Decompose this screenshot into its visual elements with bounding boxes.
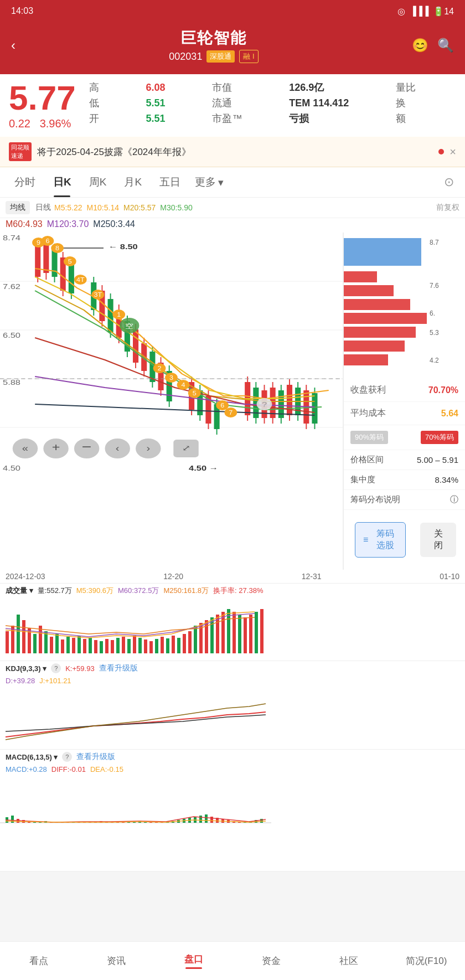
tab-rik[interactable]: 日K xyxy=(44,167,80,197)
nav-shequ[interactable]: 社区 xyxy=(310,950,388,972)
volume-dropdown-icon[interactable]: ▾ xyxy=(29,586,33,595)
svg-text:1: 1 xyxy=(117,312,121,318)
nav-pankou-label: 盘口 xyxy=(184,953,203,966)
nav-kandiian[interactable]: 看点 xyxy=(0,950,78,972)
nav-jiankuang[interactable]: 简况(F10) xyxy=(388,950,465,972)
circulation-label: 流通 xyxy=(212,96,282,110)
open-label: 开 xyxy=(89,112,140,125)
ma-selector[interactable]: 均线 xyxy=(6,201,30,214)
kdj-k-value: K:+59.93 xyxy=(65,664,94,673)
macd-help-icon[interactable]: ? xyxy=(62,752,72,762)
main-price: 5.77 xyxy=(9,81,76,115)
kdj-upgrade-link[interactable]: 查看升级版 xyxy=(99,663,138,673)
svg-rect-209 xyxy=(210,817,213,823)
high-label: 高 xyxy=(89,81,140,94)
date-3: 12-31 xyxy=(302,572,322,581)
macd-diff-value: DIFF:-0.01 xyxy=(51,765,86,773)
price-range-label: 价格区间 xyxy=(350,455,384,465)
macd-dropdown-icon[interactable]: ▾ xyxy=(54,753,58,761)
svg-rect-168 xyxy=(249,615,252,653)
signal-icon: ▐▐▐ xyxy=(410,6,428,16)
svg-rect-136 xyxy=(72,638,75,653)
back-button[interactable]: ‹ xyxy=(11,38,16,53)
kdj-labels: KDJ(9,3,3) ▾ ? K:+59.93 查看升级版 xyxy=(0,661,465,675)
volume-labels: 成交量 ▾ 量:552.7万 M5:390.6万 M60:372.5万 M250… xyxy=(0,584,465,598)
svg-rect-160 xyxy=(205,620,208,653)
svg-rect-155 xyxy=(177,638,180,653)
svg-rect-130 xyxy=(39,626,42,653)
tab-fenshi[interactable]: 分时 xyxy=(6,167,44,197)
profit-label: 收盘获利 xyxy=(350,384,386,396)
macd-labels: MACD(6,13,5) ▾ ? 查看升级版 xyxy=(0,750,465,764)
concentration-value: 8.34% xyxy=(435,475,458,484)
avatar-button[interactable]: 😊 xyxy=(412,38,428,53)
svg-rect-148 xyxy=(138,638,142,653)
market-cap-label: 市值 xyxy=(212,81,282,94)
wifi-icon: ◎ xyxy=(397,6,405,17)
chip-select-button[interactable]: ≡ 筹码选股 xyxy=(355,522,406,558)
svg-rect-142 xyxy=(105,639,108,653)
vol-turnover: 换手率: 27.38% xyxy=(213,586,263,596)
svg-rect-147 xyxy=(133,636,136,653)
pe-label: 市盈™ xyxy=(212,112,282,125)
bottom-nav: 看点 资讯 盘口 资金 社区 简况(F10) xyxy=(0,941,465,980)
chip-select-icon: ≡ xyxy=(363,535,368,545)
svg-text:›: › xyxy=(146,443,150,453)
turnover-label: 换 xyxy=(396,96,456,110)
nav-kandiian-label: 看点 xyxy=(29,955,48,967)
svg-rect-170 xyxy=(260,609,264,653)
svg-text:空: 空 xyxy=(125,322,134,329)
nav-zixun-label: 资讯 xyxy=(107,955,126,967)
volume-section: 成交量 ▾ 量:552.7万 M5:390.6万 M60:372.5万 M250… xyxy=(0,584,465,661)
svg-text:9: 9 xyxy=(37,240,40,246)
low-value: 5.51 xyxy=(146,97,206,109)
chip-desc-row: 筹码分布说明 ⓘ xyxy=(344,490,465,510)
svg-rect-143 xyxy=(111,640,114,653)
svg-rect-165 xyxy=(232,612,236,653)
close-right-button[interactable]: 关闭 xyxy=(420,523,456,557)
main-chart-area: 8.74 7.62 6.50 5.88 4.50 xyxy=(0,233,465,570)
svg-rect-207 xyxy=(199,816,202,823)
chart-tabs: 分时 日K 周K 月K 五日 更多 ▾ ⊙ xyxy=(0,167,465,198)
tab-more[interactable]: 更多 ▾ xyxy=(189,167,229,197)
macd-upgrade-link[interactable]: 查看升级版 xyxy=(76,752,115,762)
open-value: 5.51 xyxy=(146,113,206,125)
svg-rect-113 xyxy=(344,285,394,296)
notice-close-button[interactable]: × xyxy=(450,146,456,158)
kdj-dropdown-icon[interactable]: ▾ xyxy=(43,664,46,673)
ma120-value: M120:3.70 xyxy=(47,219,89,229)
svg-rect-111 xyxy=(344,238,421,266)
tag-rong: 融 I xyxy=(239,50,258,63)
tab-yuek[interactable]: 月K xyxy=(115,167,151,197)
chip90-badge: 90%筹码 xyxy=(350,431,388,444)
camera-icon[interactable]: ⊙ xyxy=(438,167,459,197)
ma20-value: M20:5.57 xyxy=(123,203,156,212)
svg-text:6: 6 xyxy=(220,403,224,409)
date-2: 12-20 xyxy=(163,572,183,581)
svg-rect-131 xyxy=(44,631,48,653)
kdj-help-icon[interactable]: ? xyxy=(51,663,61,673)
candlestick-chart[interactable]: 8.74 7.62 6.50 5.88 4.50 xyxy=(0,233,343,570)
svg-text:4.2: 4.2 xyxy=(430,357,439,364)
tab-wuri[interactable]: 五日 xyxy=(151,167,189,197)
nav-jiankuang-label: 简况(F10) xyxy=(406,955,447,967)
macd-value-labels: MACD:+0.28 DIFF:-0.01 DEA:-0.15 xyxy=(0,764,465,776)
search-button[interactable]: 🔍 xyxy=(437,38,454,53)
profit-value: 70.70% xyxy=(428,385,458,395)
concentration-row: 集中度 8.34% xyxy=(344,470,465,490)
nav-zixun[interactable]: 资讯 xyxy=(78,950,155,972)
price-left: 5.77 0.22 3.96% xyxy=(9,81,76,130)
macd-section: MACD(6,13,5) ▾ ? 查看升级版 MACD:+0.28 DIFF:-… xyxy=(0,750,465,871)
volume-ratio-label: 量比 xyxy=(396,81,456,94)
nav-pankou[interactable]: 盘口 xyxy=(155,948,232,973)
svg-text:3T: 3T xyxy=(94,292,102,298)
svg-rect-124 xyxy=(6,631,9,653)
svg-text:«: « xyxy=(22,443,28,453)
header-nav: ‹ 巨轮智能 002031 深股通 融 I 😊 🔍 xyxy=(11,28,454,63)
svg-rect-152 xyxy=(161,637,164,653)
tab-zhouk[interactable]: 周K xyxy=(80,167,116,197)
svg-rect-112 xyxy=(344,271,377,282)
restore-label: 前复权 xyxy=(436,203,459,213)
svg-rect-151 xyxy=(155,639,158,653)
nav-zijin[interactable]: 资金 xyxy=(232,950,310,972)
